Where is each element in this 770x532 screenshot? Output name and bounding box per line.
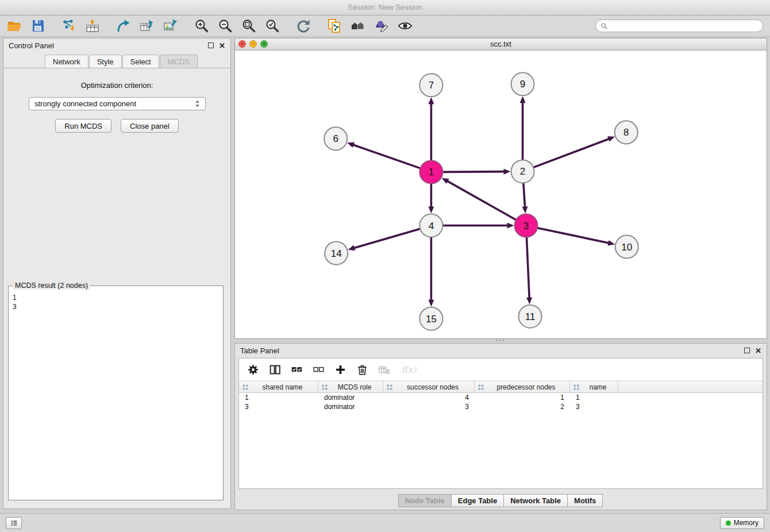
network-window-title: scc.txt	[490, 40, 511, 48]
graph-node-4[interactable]: 4	[419, 214, 442, 237]
tab-select[interactable]: Select	[122, 55, 159, 68]
graph-node-1[interactable]: 1	[419, 160, 442, 183]
memory-status-icon	[726, 521, 731, 526]
zoom-window-icon[interactable]: +	[260, 40, 268, 48]
toolbar-group	[194, 18, 280, 33]
float-table-panel-icon[interactable]	[744, 348, 750, 353]
tab-mcds[interactable]: MCDS	[160, 55, 198, 68]
open-folder-icon[interactable]	[7, 18, 22, 33]
svg-text:7: 7	[429, 80, 434, 91]
float-panel-icon[interactable]	[208, 43, 214, 48]
network-canvas[interactable]: 7968124314101511	[235, 51, 767, 338]
column-label: name	[580, 383, 616, 391]
search-input[interactable]	[611, 21, 758, 30]
search-box[interactable]	[595, 20, 763, 32]
tab-node-table[interactable]: Node Table	[398, 494, 452, 507]
graph-node-3[interactable]: 3	[515, 214, 538, 237]
unselect-all-icon[interactable]	[313, 364, 325, 376]
tab-network[interactable]: Network	[45, 55, 88, 68]
export-image-icon[interactable]	[163, 18, 178, 33]
control-panel-title: Control Panel	[9, 41, 54, 50]
tab-style[interactable]: Style	[89, 55, 122, 68]
graph-node-10[interactable]: 10	[615, 236, 638, 259]
graph-node-9[interactable]: 9	[511, 72, 534, 95]
column-type-icon	[321, 384, 328, 391]
column-header-predecessor-nodes[interactable]: predecessor nodes	[475, 381, 570, 392]
overview-home-icon[interactable]	[351, 18, 365, 33]
graph-node-6[interactable]: 6	[324, 127, 347, 150]
graph-node-8[interactable]: 8	[615, 121, 638, 144]
search-icon	[600, 22, 608, 30]
close-panel-icon[interactable]: ✕	[219, 42, 225, 49]
column-type-icon	[573, 384, 580, 391]
mcds-result-line: 1	[13, 293, 219, 302]
column-header-mcds-role[interactable]: MCDS role	[318, 381, 383, 392]
mcds-result-title: MCDS result (2 nodes)	[13, 282, 90, 290]
table-row[interactable]: 3dominator323	[239, 402, 763, 411]
select-all-icon[interactable]	[291, 364, 303, 376]
run-mcds-button[interactable]: Run MCDS	[55, 119, 111, 133]
apply-style-icon[interactable]	[374, 18, 389, 33]
graph-node-11[interactable]: 11	[519, 305, 542, 328]
toolbar-group	[327, 18, 413, 33]
svg-text:11: 11	[525, 311, 536, 322]
mcds-result-area[interactable]: 13	[9, 291, 223, 500]
add-icon[interactable]	[334, 364, 346, 376]
control-panel-tabs: NetworkStyleSelectMCDS	[3, 53, 230, 68]
toolbar-group	[7, 18, 45, 33]
column-label: MCDS role	[328, 383, 381, 391]
svg-text:15: 15	[426, 314, 437, 325]
graph-node-14[interactable]: 14	[325, 242, 348, 265]
column-label: predecessor nodes	[484, 383, 568, 391]
close-panel-button[interactable]: Close panel	[121, 119, 179, 133]
export-network-icon[interactable]	[116, 18, 131, 33]
columns-icon[interactable]	[269, 364, 281, 376]
control-panel-header: Control Panel ✕	[3, 38, 230, 52]
control-panel: Control Panel ✕ NetworkStyleSelectMCDS O…	[3, 38, 231, 509]
export-table-icon[interactable]	[140, 18, 155, 33]
svg-text:14: 14	[331, 248, 342, 259]
toolbar-group	[61, 18, 100, 33]
graph-node-7[interactable]: 7	[419, 74, 442, 97]
memory-button[interactable]: Memory	[720, 517, 764, 529]
graph-node-2[interactable]: 2	[511, 160, 534, 183]
refresh-icon[interactable]	[296, 18, 311, 33]
network-graph[interactable]: 7968124314101511	[235, 51, 767, 338]
zoom-fit-icon[interactable]	[241, 18, 256, 33]
zoom-selected-icon[interactable]	[265, 18, 280, 33]
tab-edge-table[interactable]: Edge Table	[451, 494, 504, 507]
import-table-icon[interactable]	[85, 18, 100, 33]
tab-motifs[interactable]: Motifs	[567, 494, 603, 507]
import-network-icon[interactable]	[61, 18, 76, 33]
column-header-name[interactable]: name	[570, 381, 618, 392]
optimization-dropdown-value: strongly connected component	[34, 99, 136, 108]
column-header-shared-name[interactable]: shared name	[239, 381, 318, 392]
show-hide-icon[interactable]	[398, 18, 413, 33]
panel-menu-button[interactable]	[6, 517, 22, 529]
status-bar: Memory	[0, 513, 770, 532]
zoom-out-icon[interactable]	[218, 18, 233, 33]
column-header-successor-nodes[interactable]: successor nodes	[383, 381, 475, 392]
minimize-window-icon[interactable]: −	[249, 40, 257, 48]
dropdown-stepper-icon	[195, 99, 200, 108]
table-row[interactable]: 1dominator411	[239, 393, 763, 402]
splitter-handle[interactable]: ●●●	[492, 338, 509, 342]
column-label: successor nodes	[393, 383, 472, 391]
table-panel-title: Table Panel	[240, 346, 279, 355]
column-type-icon	[242, 384, 249, 391]
zoom-in-icon[interactable]	[194, 18, 209, 33]
gear-icon[interactable]	[247, 364, 259, 376]
svg-text:3: 3	[523, 221, 529, 232]
column-type-icon	[386, 384, 393, 391]
delete-table-icon	[378, 364, 390, 376]
graph-node-15[interactable]: 15	[419, 307, 442, 330]
optimization-dropdown[interactable]: strongly connected component	[29, 97, 206, 110]
close-window-icon[interactable]: ×	[238, 40, 246, 48]
table-rows: 1dominator4113dominator323	[239, 393, 763, 411]
save-icon[interactable]	[30, 18, 45, 33]
clipboard-network-icon[interactable]	[327, 18, 342, 33]
tab-network-table[interactable]: Network Table	[503, 494, 568, 507]
close-table-panel-icon[interactable]: ✕	[755, 347, 761, 354]
toolbar-group	[296, 18, 311, 33]
trash-icon[interactable]	[356, 364, 368, 376]
